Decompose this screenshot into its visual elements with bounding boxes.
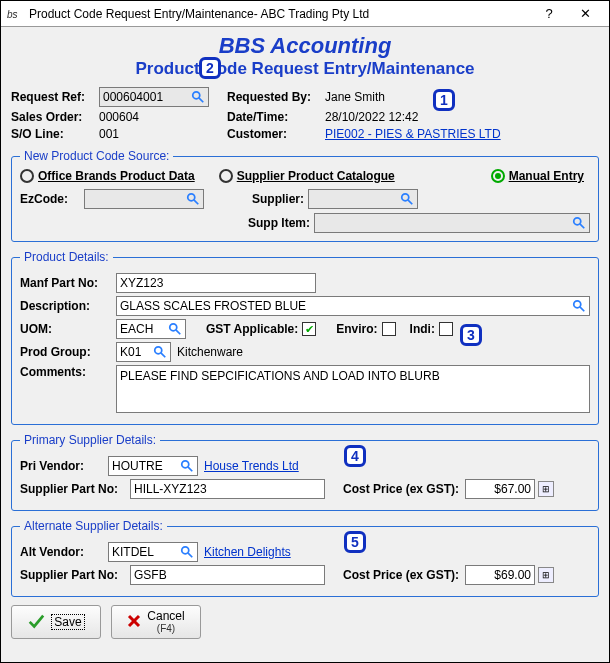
cancel-label: Cancel	[147, 610, 184, 623]
alt-cost-label: Cost Price (ex GST):	[343, 568, 459, 582]
source-legend: New Product Code Source:	[20, 149, 173, 163]
content-area: BBS Accounting Product Code Request Entr…	[1, 27, 609, 647]
lookup-icon[interactable]	[570, 214, 588, 232]
comments-input[interactable]	[116, 365, 590, 413]
enviro-label: Enviro:	[336, 322, 377, 336]
calculator-icon[interactable]: ⊞	[538, 481, 554, 497]
supp-item-input[interactable]	[314, 213, 590, 233]
product-legend: Product Details:	[20, 250, 113, 264]
svg-line-4	[194, 200, 198, 204]
manf-label: Manf Part No:	[20, 276, 116, 290]
svg-line-18	[188, 553, 192, 557]
svg-point-5	[402, 194, 409, 201]
badge-4: 4	[344, 445, 366, 467]
sales-order-value: 000604	[99, 110, 209, 124]
lookup-icon[interactable]	[151, 343, 169, 361]
svg-line-16	[188, 467, 192, 471]
group-name: Kitchenware	[177, 345, 243, 359]
lookup-icon[interactable]	[178, 457, 196, 475]
lookup-icon[interactable]	[166, 320, 184, 338]
group-label: Prod Group:	[20, 345, 116, 359]
requested-by-value: Jane Smith	[325, 90, 385, 104]
alt-cost-input[interactable]	[465, 565, 535, 585]
indi-label: Indi:	[410, 322, 435, 336]
cross-icon	[127, 614, 141, 631]
lookup-icon[interactable]	[189, 88, 207, 106]
badge-5: 5	[344, 531, 366, 553]
customer-link[interactable]: PIE002 - PIES & PASTRIES LTD	[325, 127, 501, 141]
radio-office-brands[interactable]: Office Brands Product Data	[20, 169, 195, 183]
customer-label: Customer:	[227, 127, 325, 141]
svg-point-13	[155, 347, 162, 354]
app-window: bs Product Code Request Entry/Maintenanc…	[0, 0, 610, 663]
alt-vendor-link[interactable]: Kitchen Delights	[204, 545, 291, 559]
gst-label: GST Applicable:	[206, 322, 298, 336]
supplier-label: Supplier:	[252, 192, 304, 206]
badge-1: 1	[433, 89, 455, 111]
radio-supplier-catalogue[interactable]: Supplier Product Catalogue	[219, 169, 395, 183]
sales-order-label: Sales Order:	[11, 110, 99, 124]
indi-checkbox[interactable]	[439, 322, 453, 336]
save-button[interactable]: Save	[11, 605, 101, 639]
help-button[interactable]: ?	[531, 6, 567, 21]
uom-label: UOM:	[20, 322, 116, 336]
lookup-icon[interactable]	[184, 190, 202, 208]
app-icon: bs	[7, 6, 23, 22]
pri-part-input[interactable]	[130, 479, 325, 499]
save-label: Save	[51, 614, 84, 630]
cancel-button[interactable]: Cancel (F4)	[111, 605, 201, 639]
badge-2: 2	[199, 57, 221, 79]
enviro-checkbox[interactable]	[382, 322, 396, 336]
ezcode-label: EzCode:	[20, 192, 80, 206]
lookup-icon[interactable]	[178, 543, 196, 561]
radio-manual-entry[interactable]: Manual Entry	[491, 169, 584, 183]
request-ref-label: Request Ref:	[11, 90, 99, 104]
titlebar: bs Product Code Request Entry/Maintenanc…	[1, 1, 609, 27]
radio-icon	[219, 169, 233, 183]
window-title: Product Code Request Entry/Maintenance- …	[29, 7, 531, 21]
svg-point-1	[193, 92, 200, 99]
button-bar: Save Cancel (F4)	[11, 605, 599, 639]
app-heading: BBS Accounting	[11, 33, 599, 59]
alt-vendor-label: Alt Vendor:	[20, 545, 108, 559]
gst-checkbox[interactable]: ✔	[302, 322, 316, 336]
radio-icon	[491, 169, 505, 183]
svg-point-7	[574, 218, 581, 225]
close-button[interactable]: ✕	[567, 6, 603, 21]
pri-cost-label: Cost Price (ex GST):	[343, 482, 459, 496]
supp-item-label: Supp Item:	[248, 216, 310, 230]
alternate-legend: Alternate Supplier Details:	[20, 519, 167, 533]
page-heading: Product Code Request Entry/Maintenance	[11, 59, 599, 79]
svg-line-14	[161, 353, 165, 357]
pri-vendor-link[interactable]: House Trends Ltd	[204, 459, 299, 473]
lookup-icon[interactable]	[398, 190, 416, 208]
datetime-value: 28/10/2022 12:42	[325, 110, 418, 124]
pri-vendor-label: Pri Vendor:	[20, 459, 108, 473]
manf-input[interactable]	[116, 273, 316, 293]
pri-cost-input[interactable]	[465, 479, 535, 499]
product-fieldset: Product Details: Manf Part No: Descripti…	[11, 250, 599, 425]
primary-legend: Primary Supplier Details:	[20, 433, 160, 447]
alt-part-label: Supplier Part No:	[20, 568, 130, 582]
svg-line-8	[580, 224, 584, 228]
svg-line-10	[580, 307, 584, 311]
svg-point-3	[188, 194, 195, 201]
cancel-key: (F4)	[157, 623, 175, 634]
lookup-icon[interactable]	[570, 297, 588, 315]
check-icon	[27, 612, 45, 633]
requested-by-label: Requested By:	[227, 90, 325, 104]
svg-point-11	[170, 324, 177, 331]
svg-point-17	[182, 547, 189, 554]
svg-line-12	[176, 330, 180, 334]
comments-label: Comments:	[20, 365, 116, 379]
primary-fieldset: Primary Supplier Details: Pri Vendor: Ho…	[11, 433, 599, 511]
desc-input[interactable]	[116, 296, 590, 316]
so-line-label: S/O Line:	[11, 127, 99, 141]
calculator-icon[interactable]: ⊞	[538, 567, 554, 583]
so-line-value: 001	[99, 127, 209, 141]
source-fieldset: New Product Code Source: Office Brands P…	[11, 149, 599, 242]
svg-line-2	[199, 98, 203, 102]
alt-part-input[interactable]	[130, 565, 325, 585]
svg-text:bs: bs	[7, 9, 18, 20]
radio-icon	[20, 169, 34, 183]
